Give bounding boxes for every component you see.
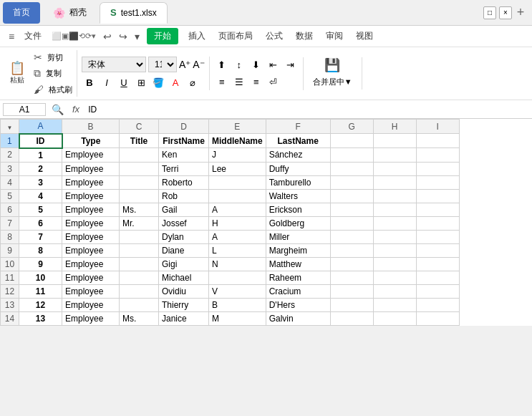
cell-c1[interactable]: Title — [120, 134, 159, 148]
cell-i4[interactable] — [416, 175, 459, 189]
minimize-tab-btn[interactable]: □ — [483, 6, 496, 19]
cell-g3[interactable] — [330, 162, 373, 175]
cell-i10[interactable] — [416, 257, 459, 271]
merge-center-button[interactable]: 合并居中▼ — [308, 74, 357, 90]
cell-h3[interactable] — [373, 162, 416, 175]
font-select[interactable]: 宋体 — [82, 57, 146, 72]
cell-d14[interactable]: Janice — [159, 311, 209, 325]
underline-button[interactable]: U — [116, 74, 132, 90]
cell-c13[interactable] — [120, 298, 159, 311]
bold-button[interactable]: B — [82, 74, 97, 90]
cell-e3[interactable]: Lee — [209, 162, 266, 175]
cell-i13[interactable] — [416, 298, 459, 311]
cell-b2[interactable]: Employee — [62, 148, 120, 163]
cell-f11[interactable]: Raheem — [266, 271, 330, 284]
cell-c8[interactable] — [120, 230, 159, 243]
row-num-10[interactable]: 10 — [1, 257, 19, 271]
cell-g10[interactable] — [330, 257, 373, 271]
undo-icon[interactable]: ↩ — [100, 29, 115, 44]
cell-e14[interactable]: M — [209, 311, 266, 325]
cell-i5[interactable] — [416, 189, 459, 203]
paste-button[interactable]: 📋 粘贴 — [6, 59, 29, 87]
cell-c3[interactable] — [120, 162, 159, 175]
cell-g8[interactable] — [330, 230, 373, 243]
cell-d12[interactable]: Ovidiu — [159, 284, 209, 298]
cell-b4[interactable]: Employee — [62, 175, 120, 189]
cell-f9[interactable]: Margheim — [266, 243, 330, 257]
font-color-button[interactable]: A — [168, 74, 183, 90]
row-num-4[interactable]: 4 — [1, 175, 19, 189]
cell-e5[interactable] — [209, 189, 266, 203]
start-button[interactable]: 开始 — [147, 28, 178, 44]
menu-view[interactable]: 视图 — [350, 29, 379, 44]
row-num-14[interactable]: 14 — [1, 311, 19, 325]
cell-g4[interactable] — [330, 175, 373, 189]
row-num-5[interactable]: 5 — [1, 189, 19, 203]
cell-d2[interactable]: Ken — [159, 148, 209, 163]
cell-e9[interactable]: L — [209, 243, 266, 257]
cell-a12[interactable]: 11 — [19, 284, 62, 298]
cell-i6[interactable] — [416, 203, 459, 216]
border-button[interactable]: ⊞ — [133, 74, 149, 90]
cell-f5[interactable]: Walters — [266, 189, 330, 203]
row-num-3[interactable]: 3 — [1, 162, 19, 175]
cell-h14[interactable] — [373, 311, 416, 325]
col-header-a[interactable]: A — [19, 120, 62, 134]
tab-wps[interactable]: 🌸 稻壳 — [43, 2, 97, 24]
cell-i2[interactable] — [416, 148, 459, 163]
cell-b3[interactable]: Employee — [62, 162, 120, 175]
cell-e7[interactable]: H — [209, 216, 266, 230]
cell-g5[interactable] — [330, 189, 373, 203]
formula-input[interactable] — [85, 104, 529, 115]
cell-e12[interactable]: V — [209, 284, 266, 298]
cell-e10[interactable]: N — [209, 257, 266, 271]
cell-a5[interactable]: 4 — [19, 189, 62, 203]
format-brush-icon[interactable]: 🖌 — [31, 82, 47, 97]
cell-g2[interactable] — [330, 148, 373, 163]
row-num-8[interactable]: 8 — [1, 230, 19, 243]
cell-c10[interactable] — [120, 257, 159, 271]
cell-b12[interactable]: Employee — [62, 284, 120, 298]
cell-h8[interactable] — [373, 230, 416, 243]
align-bottom-button[interactable]: ⬇ — [248, 57, 264, 73]
cell-g7[interactable] — [330, 216, 373, 230]
cell-e6[interactable]: A — [209, 203, 266, 216]
tab-excel[interactable]: S test1.xlsx — [100, 2, 168, 24]
increase-font-icon[interactable]: A⁺ — [179, 59, 190, 70]
cell-f6[interactable]: Erickson — [266, 203, 330, 216]
cell-a1[interactable]: ID — [19, 134, 62, 148]
cell-c2[interactable] — [120, 148, 159, 163]
row-num-6[interactable]: 6 — [1, 203, 19, 216]
cell-e1[interactable]: MiddleName — [209, 134, 266, 148]
col-header-f[interactable]: F — [266, 120, 330, 134]
cell-i8[interactable] — [416, 230, 459, 243]
cell-i3[interactable] — [416, 162, 459, 175]
col-header-d[interactable]: D — [159, 120, 209, 134]
cell-b10[interactable]: Employee — [62, 257, 120, 271]
cell-a8[interactable]: 7 — [19, 230, 62, 243]
cell-e11[interactable] — [209, 271, 266, 284]
align-middle-button[interactable]: ↕ — [231, 57, 247, 73]
cell-b7[interactable]: Employee — [62, 216, 120, 230]
menu-insert[interactable]: 插入 — [183, 29, 211, 44]
row-num-13[interactable]: 13 — [1, 298, 19, 311]
cell-d3[interactable]: Terri — [159, 162, 209, 175]
cell-h5[interactable] — [373, 189, 416, 203]
cell-b14[interactable]: Employee — [62, 311, 120, 325]
cell-h6[interactable] — [373, 203, 416, 216]
col-header-h[interactable]: H — [373, 120, 416, 134]
cell-b9[interactable]: Employee — [62, 243, 120, 257]
cell-a10[interactable]: 9 — [19, 257, 62, 271]
indent-right-button[interactable]: ⇥ — [283, 57, 299, 73]
cell-d1[interactable]: FirstName — [159, 134, 209, 148]
cell-g9[interactable] — [330, 243, 373, 257]
cell-b8[interactable]: Employee — [62, 230, 120, 243]
save-icon[interactable]: 💾 — [324, 57, 340, 73]
italic-button[interactable]: I — [99, 74, 115, 90]
cell-a3[interactable]: 2 — [19, 162, 62, 175]
cell-a7[interactable]: 6 — [19, 216, 62, 230]
row-num-2[interactable]: 2 — [1, 148, 19, 163]
cell-f3[interactable]: Duffy — [266, 162, 330, 175]
add-tab-btn[interactable]: + — [512, 4, 529, 21]
cell-b11[interactable]: Employee — [62, 271, 120, 284]
